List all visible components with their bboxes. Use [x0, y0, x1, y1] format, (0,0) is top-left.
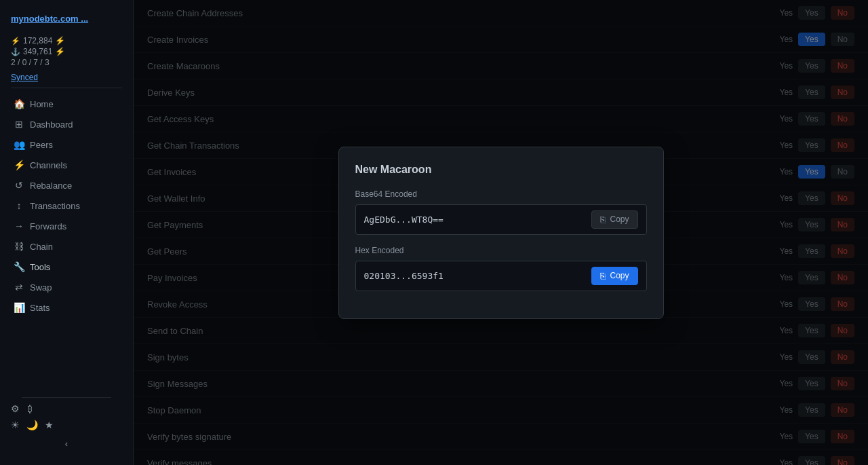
sidebar-item-chain[interactable]: ⛓ Chain [3, 236, 130, 257]
sidebar-item-rebalance[interactable]: ↺ Rebalance [3, 175, 130, 196]
sidebar-item-label-dashboard: Dashboard [30, 119, 73, 130]
onchain-unit-icon: ⚡ [55, 47, 65, 56]
sidebar-item-forwards[interactable]: → Forwards [3, 216, 130, 236]
sidebar-bottom-divider [22, 397, 111, 398]
sidebar-item-home[interactable]: 🏠 Home [3, 94, 130, 114]
sidebar-item-label-peers: Peers [30, 140, 53, 150]
sidebar-divider [11, 88, 122, 88]
copy-icon-base64: ⎘ [600, 215, 606, 225]
tools-icon: 🔧 [14, 261, 24, 272]
sidebar-item-label-tools: Tools [30, 262, 50, 272]
star-icon[interactable]: ★ [45, 420, 54, 430]
channels-icon: ⚡ [14, 160, 24, 170]
sidebar-item-channels[interactable]: ⚡ Channels [3, 155, 130, 175]
theme-icons: ☀ 🌙 ★ [11, 420, 122, 430]
sidebar-bottom-icons: ⚙ ₿ [11, 403, 122, 414]
hex-copy-label: Copy [610, 271, 629, 280]
sun-icon[interactable]: ☀ [11, 420, 20, 430]
base64-copy-label: Copy [610, 215, 629, 224]
sidebar: mynodebtc.com ... ⚡ 172,884 ⚡ ⚓ 349,761 … [0, 0, 134, 465]
base64-copy-button[interactable]: ⎘ Copy [591, 210, 637, 229]
modal-title: New Macaroon [355, 164, 647, 176]
dashboard-icon: ⊞ [14, 119, 24, 130]
chain-icon: ⛓ [14, 241, 24, 252]
copy-icon-hex: ⎘ [600, 271, 606, 281]
lightning-balance: 172,884 [23, 36, 52, 45]
sidebar-item-transactions[interactable]: ↕ Transactions [3, 196, 130, 216]
sidebar-item-tools[interactable]: 🔧 Tools [3, 257, 130, 277]
base64-label: Base64 Encoded [355, 189, 647, 199]
channels-row: 2 / 0 / 7 / 3 [11, 58, 122, 67]
forwards-icon: → [14, 221, 24, 231]
synced-link[interactable]: Synced [0, 71, 133, 82]
nav-container: 🏠 Home ⊞ Dashboard 👥 Peers ⚡ Channels ↺ … [0, 94, 133, 318]
hex-copy-button[interactable]: ⎘ Copy [591, 267, 637, 285]
hex-label: Hex Encoded [355, 246, 647, 255]
channels-count: 2 / 0 / 7 / 3 [11, 58, 50, 67]
sidebar-item-label-transactions: Transactions [30, 201, 80, 211]
onchain-balance: 349,761 [23, 47, 52, 56]
anchor-icon: ⚓ [11, 48, 20, 56]
settings-icon[interactable]: ⚙ [11, 403, 20, 414]
base64-value: AgEDbG...WT8Q== [364, 215, 587, 225]
home-icon: 🏠 [14, 98, 24, 109]
sidebar-item-label-channels: Channels [30, 160, 67, 170]
sidebar-item-peers[interactable]: 👥 Peers [3, 134, 130, 155]
sidebar-bottom: ⚙ ₿ ☀ 🌙 ★ ‹ [0, 386, 133, 457]
sidebar-item-label-stats: Stats [30, 303, 50, 313]
peers-icon: 👥 [14, 139, 24, 150]
sidebar-item-label-chain: Chain [30, 242, 53, 252]
moon-icon[interactable]: 🌙 [26, 420, 38, 430]
lightning-icon: ⚡ [11, 37, 20, 45]
sidebar-item-label-rebalance: Rebalance [30, 181, 72, 191]
stats-icon: 📊 [14, 302, 24, 313]
collapse-button[interactable]: ‹ [11, 436, 122, 451]
sidebar-item-label-forwards: Forwards [30, 221, 66, 231]
modal-overlay: New Macaroon Base64 Encoded AgEDbG...WT8… [134, 0, 868, 465]
onchain-balance-row: ⚓ 349,761 ⚡ [11, 47, 122, 56]
rebalance-icon: ↺ [14, 180, 24, 191]
base64-row: AgEDbG...WT8Q== ⎘ Copy [355, 204, 647, 235]
sidebar-item-swap[interactable]: ⇄ Swap [3, 277, 130, 297]
sidebar-header: mynodebtc.com ... [0, 8, 133, 32]
bitcoin-icon[interactable]: ₿ [28, 403, 33, 414]
sidebar-item-label-swap: Swap [30, 282, 52, 293]
node-name[interactable]: mynodebtc.com ... [11, 14, 88, 24]
node-stats: ⚡ 172,884 ⚡ ⚓ 349,761 ⚡ 2 / 0 / 7 / 3 [0, 32, 133, 71]
hex-value: 020103...6593f1 [364, 271, 587, 281]
sidebar-item-stats[interactable]: 📊 Stats [3, 297, 130, 318]
sidebar-item-label-home: Home [30, 99, 54, 109]
hex-section: Hex Encoded 020103...6593f1 ⎘ Copy [355, 246, 647, 291]
lightning-balance-row: ⚡ 172,884 ⚡ [11, 36, 122, 45]
base64-section: Base64 Encoded AgEDbG...WT8Q== ⎘ Copy [355, 189, 647, 235]
hex-row: 020103...6593f1 ⎘ Copy [355, 261, 647, 291]
sidebar-item-dashboard[interactable]: ⊞ Dashboard [3, 114, 130, 134]
main-content: Create Chain Addresses Yes Yes No Create… [134, 0, 868, 465]
transactions-icon: ↕ [14, 200, 24, 211]
new-macaroon-modal: New Macaroon Base64 Encoded AgEDbG...WT8… [338, 147, 664, 319]
swap-icon: ⇄ [14, 282, 24, 293]
lightning-unit-icon: ⚡ [55, 36, 65, 45]
